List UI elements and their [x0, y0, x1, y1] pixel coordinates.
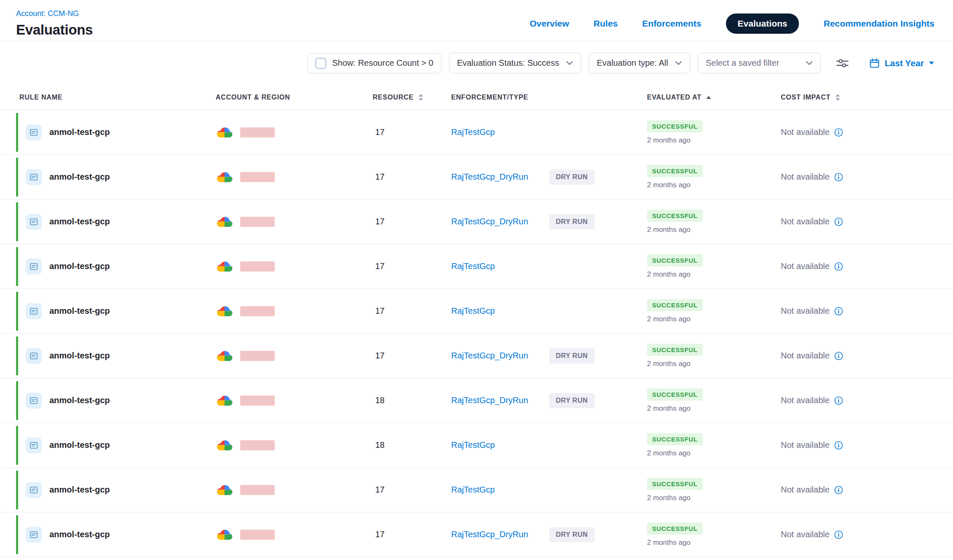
saved-filter-dropdown[interactable]: Select a saved filter: [698, 53, 821, 73]
tab-overview[interactable]: Overview: [530, 13, 569, 34]
info-icon[interactable]: [834, 441, 843, 450]
tab-recommendation-insights[interactable]: Recommendation Insights: [823, 13, 934, 34]
rule-icon: [26, 437, 42, 453]
table-row[interactable]: anmol-test-gcp 17 RajTestGcp SUCCESSFUL …: [0, 289, 953, 334]
table-row[interactable]: anmol-test-gcp 17 RajTestGcp SUCCESSFUL …: [0, 244, 953, 289]
enforcement-link[interactable]: RajTestGcp_DryRun: [451, 530, 549, 539]
enforcement-link[interactable]: RajTestGcp: [451, 127, 549, 137]
tab-rules[interactable]: Rules: [593, 13, 617, 34]
gcp-cloud-icon: [216, 215, 233, 228]
redacted-account-name: [240, 351, 275, 361]
rule-name: anmol-test-gcp: [49, 396, 110, 405]
column-account-region: ACCOUNT & REGION: [216, 94, 373, 101]
sort-asc-icon[interactable]: [706, 95, 712, 100]
rule-cell: anmol-test-gcp: [16, 158, 216, 197]
account-region-cell: [216, 126, 373, 138]
info-icon[interactable]: [834, 128, 843, 137]
dry-run-badge: DRY RUN: [549, 527, 595, 542]
column-resource[interactable]: RESOURCE: [373, 93, 451, 102]
account-region-cell: [216, 215, 373, 228]
tab-enforcements[interactable]: Enforcements: [642, 13, 701, 34]
table-row[interactable]: anmol-test-gcp 18 RajTestGcp_DryRun DRY …: [0, 378, 953, 423]
evaluated-at-cell: SUCCESSFUL 2 months ago: [647, 522, 781, 547]
enforcement-link[interactable]: RajTestGcp: [451, 440, 549, 450]
info-icon[interactable]: [834, 396, 843, 405]
info-icon[interactable]: [834, 351, 843, 361]
cost-impact-cell: Not available: [781, 440, 934, 450]
gcp-cloud-icon: [216, 305, 233, 317]
sort-icon[interactable]: [835, 93, 841, 102]
gcp-cloud-icon: [216, 484, 233, 496]
dry-run-badge: DRY RUN: [549, 393, 595, 408]
account-region-cell: [216, 394, 373, 407]
enforcement-link[interactable]: RajTestGcp_DryRun: [451, 396, 549, 405]
enforcement-link[interactable]: RajTestGcp_DryRun: [451, 217, 549, 226]
rule-cell: anmol-test-gcp: [16, 292, 216, 331]
cost-impact-cell: Not available: [781, 127, 934, 137]
saved-filter-value: Select a saved filter: [706, 58, 799, 68]
sort-icon[interactable]: [418, 93, 424, 102]
status-badge: SUCCESSFUL: [647, 478, 703, 490]
info-icon[interactable]: [834, 217, 843, 226]
column-cost-impact[interactable]: COST IMPACT: [781, 93, 934, 102]
evaluation-status-value: Evaluation Status: Success: [457, 58, 559, 68]
info-icon[interactable]: [834, 485, 843, 495]
enforcement-link[interactable]: RajTestGcp_DryRun: [451, 172, 549, 182]
resource-count-checkbox[interactable]: [315, 58, 326, 69]
evaluation-type-value: Evaluation type: All: [597, 58, 668, 68]
evaluation-status-dropdown[interactable]: Evaluation Status: Success: [449, 53, 581, 73]
resource-count-label: Show: Resource Count > 0: [332, 58, 433, 68]
account-region-cell: [216, 171, 373, 183]
resource-count: 17: [373, 351, 451, 361]
time-range-picker[interactable]: Last Year: [869, 58, 934, 69]
evaluated-at-cell: SUCCESSFUL 2 months ago: [647, 344, 781, 368]
resource-count-filter[interactable]: Show: Resource Count > 0: [307, 53, 441, 73]
info-icon[interactable]: [834, 172, 843, 182]
evaluation-type-dropdown[interactable]: Evaluation type: All: [589, 53, 690, 73]
rule-icon: [26, 214, 42, 230]
table-row[interactable]: anmol-test-gcp 17 RajTestGcp_DryRun DRY …: [0, 199, 953, 244]
info-icon[interactable]: [834, 307, 843, 316]
evaluated-at-cell: SUCCESSFUL 2 months ago: [647, 478, 781, 502]
cost-impact-value: Not available: [781, 261, 830, 271]
evaluated-at-cell: SUCCESSFUL 2 months ago: [647, 433, 781, 458]
account-region-cell: [216, 528, 373, 541]
info-icon[interactable]: [834, 262, 843, 271]
gcp-cloud-icon: [216, 528, 233, 541]
table-row[interactable]: anmol-test-gcp 17 RajTestGcp SUCCESSFUL …: [0, 110, 953, 155]
enforcement-cell: RajTestGcp_DryRun DRY RUN: [451, 527, 647, 542]
calendar-icon: [869, 58, 880, 69]
table-row[interactable]: anmol-test-gcp 17 RajTestGcp_DryRun DRY …: [0, 512, 953, 557]
evaluated-time: 2 months ago: [647, 360, 781, 368]
status-badge: SUCCESSFUL: [647, 165, 703, 177]
table-row[interactable]: anmol-test-gcp 17 RajTestGcp SUCCESSFUL …: [0, 468, 953, 512]
enforcement-link[interactable]: RajTestGcp: [451, 306, 549, 316]
account-breadcrumb[interactable]: Account: CCM-NG: [16, 9, 79, 18]
resource-count: 17: [373, 172, 451, 182]
chevron-down-icon: [566, 61, 573, 65]
row-status-strip: [16, 381, 18, 420]
resource-count: 17: [373, 485, 451, 495]
enforcement-link[interactable]: RajTestGcp: [451, 261, 549, 271]
info-icon[interactable]: [834, 530, 843, 539]
header-left: Account: CCM-NG Evaluations: [16, 9, 93, 38]
table-row[interactable]: anmol-test-gcp 17 RajTestGcp_DryRun DRY …: [0, 334, 953, 378]
filter-panel-button[interactable]: [836, 58, 849, 69]
enforcement-link[interactable]: RajTestGcp: [451, 485, 549, 495]
rule-icon: [26, 527, 42, 543]
evaluated-time: 2 months ago: [647, 538, 781, 547]
table-header: RULE NAME ACCOUNT & REGION RESOURCE ENFO…: [0, 85, 953, 110]
evaluated-time: 2 months ago: [647, 315, 781, 323]
rule-cell: anmol-test-gcp: [16, 515, 216, 554]
gcp-cloud-icon: [216, 171, 233, 183]
gcp-cloud-icon: [216, 350, 233, 362]
table-row[interactable]: anmol-test-gcp 17 RajTestGcp_DryRun DRY …: [0, 155, 953, 199]
table-row[interactable]: anmol-test-gcp 18 RajTestGcp SUCCESSFUL …: [0, 423, 953, 468]
evaluated-at-cell: SUCCESSFUL 2 months ago: [647, 165, 781, 189]
resource-count: 18: [373, 440, 451, 450]
cost-impact-cell: Not available: [781, 351, 934, 361]
tab-evaluations[interactable]: Evaluations: [726, 13, 799, 34]
column-evaluated-at[interactable]: EVALUATED AT: [647, 94, 781, 101]
redacted-account-name: [240, 172, 275, 182]
enforcement-link[interactable]: RajTestGcp_DryRun: [451, 351, 549, 361]
